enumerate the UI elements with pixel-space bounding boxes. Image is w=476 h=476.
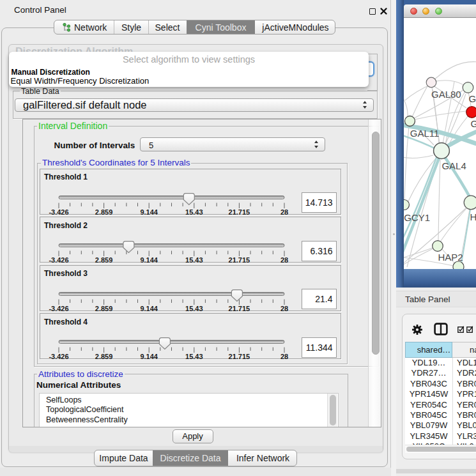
svg-text:GAL80: GAL80 [431,89,461,100]
svg-text:GAL4: GAL4 [441,160,466,171]
svg-text:GAL11: GAL11 [410,128,440,139]
svg-text:2.859: 2.859 [95,256,113,263]
svg-text:28: 28 [280,256,288,263]
svg-text:15.43: 15.43 [185,256,203,263]
svg-text:21.715: 21.715 [229,305,250,312]
svg-text:-3.426: -3.426 [49,256,68,263]
svg-text:9.144: 9.144 [140,353,158,360]
svg-text:9.144: 9.144 [140,305,158,312]
svg-text:21.715: 21.715 [229,353,250,360]
svg-text:G: G [471,118,476,129]
svg-text:GA: GA [469,93,476,104]
svg-text:21.715: 21.715 [229,256,250,263]
svg-text:HAP2: HAP2 [438,252,463,263]
svg-text:-3.426: -3.426 [49,208,68,215]
svg-text:15.43: 15.43 [185,353,203,360]
svg-text:GCY1: GCY1 [404,212,430,223]
svg-text:15.43: 15.43 [185,208,203,215]
svg-text:15.43: 15.43 [185,305,203,312]
svg-text:2.859: 2.859 [95,305,113,312]
svg-text:-3.426: -3.426 [49,305,68,312]
svg-text:9.144: 9.144 [140,208,158,215]
svg-text:2.859: 2.859 [95,208,113,215]
svg-text:H: H [470,211,476,222]
svg-text:2.859: 2.859 [95,353,113,360]
svg-text:21.715: 21.715 [229,208,250,215]
svg-text:9.144: 9.144 [140,256,158,263]
svg-text:28: 28 [280,208,288,215]
svg-text:28: 28 [280,353,288,360]
svg-text:28: 28 [280,305,288,312]
svg-text:-3.426: -3.426 [49,353,68,360]
